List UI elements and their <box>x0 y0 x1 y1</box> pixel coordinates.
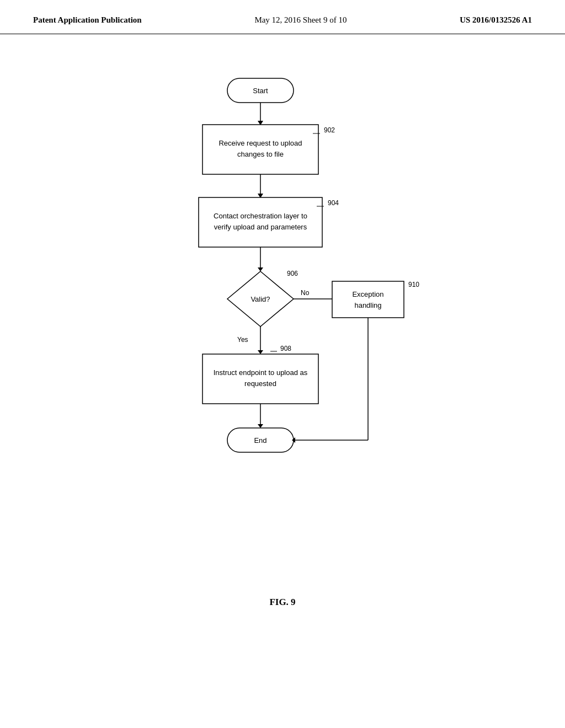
publication-label: Patent Application Publication <box>33 15 142 25</box>
ref-902: 902 <box>324 126 335 134</box>
node-902-line2: changes to file <box>237 150 284 158</box>
node-904-line1: Contact orchestration layer to <box>214 212 307 220</box>
svg-rect-17 <box>202 354 318 404</box>
node-908-line2: requested <box>244 379 276 388</box>
node-910-line1: Exception <box>352 290 383 298</box>
page-header: Patent Application Publication May 12, 2… <box>0 0 565 34</box>
node-910-line2: handling <box>354 301 381 309</box>
svg-marker-15 <box>258 350 263 354</box>
date-sheet-label: May 12, 2016 Sheet 9 of 10 <box>254 15 347 25</box>
ref-904: 904 <box>328 199 339 207</box>
node-904-line2: verify upload and parameters <box>214 223 307 231</box>
no-label: No <box>301 289 310 297</box>
svg-rect-3 <box>202 125 318 174</box>
ref-910: 910 <box>408 281 419 288</box>
yes-label: Yes <box>237 336 248 344</box>
svg-marker-10 <box>258 267 263 271</box>
svg-marker-19 <box>258 424 263 428</box>
node-906-label: Valid? <box>250 295 270 303</box>
patent-number-label: US 2016/0132526 A1 <box>460 15 532 25</box>
svg-rect-13 <box>332 281 404 318</box>
figure-caption: FIG. 9 <box>0 597 565 608</box>
svg-rect-7 <box>199 197 322 247</box>
ref-906: 906 <box>287 270 298 277</box>
end-label: End <box>254 436 266 445</box>
node-908-line1: Instruct endpoint to upload as <box>214 368 308 377</box>
node-902-line1: Receive request to upload <box>218 139 302 147</box>
ref-908: 908 <box>280 345 291 352</box>
diagram-area: Start Receive request to upload changes … <box>0 34 565 564</box>
start-label: Start <box>253 87 268 95</box>
